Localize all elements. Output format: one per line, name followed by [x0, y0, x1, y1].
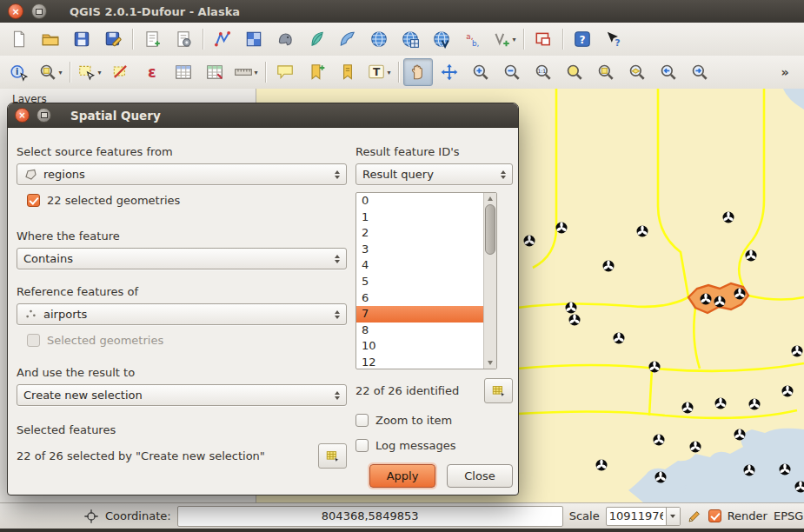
render-checkbox[interactable]: [708, 509, 721, 522]
result-id-item[interactable]: 0: [356, 193, 484, 209]
result-id-item[interactable]: 10: [356, 338, 484, 355]
new-shapefile-layer-icon: [492, 30, 511, 49]
measure-line-button[interactable]: ▾: [231, 58, 261, 86]
add-wfs-layer-button[interactable]: [427, 25, 456, 53]
toolbar-overflow-button[interactable]: »: [770, 58, 800, 86]
airport-symbol: [715, 398, 727, 409]
result-id-item[interactable]: 4: [356, 257, 484, 274]
use-result-value: Create new selection: [23, 389, 143, 402]
result-id-item[interactable]: 2: [356, 225, 484, 242]
select-by-location-button[interactable]: ▾: [36, 58, 65, 86]
reference-layer-value: airports: [43, 308, 87, 321]
scrollbar-thumb[interactable]: [485, 204, 495, 255]
show-bookmarks-button[interactable]: [333, 58, 362, 86]
new-bookmark-button[interactable]: [302, 58, 331, 86]
operation-combobox[interactable]: Contains: [17, 248, 347, 269]
source-layer-combobox[interactable]: regions: [17, 163, 347, 185]
zoom-to-item-checkbox[interactable]: [355, 414, 369, 427]
log-messages-checkbox[interactable]: [355, 439, 369, 452]
new-shapefile-layer-button[interactable]: ▾: [489, 25, 519, 53]
zoom-to-layer-button[interactable]: [622, 58, 652, 86]
dropdown-arrow-icon[interactable]: ▾: [387, 69, 390, 76]
add-raster-layer-button[interactable]: [239, 25, 269, 53]
composer-manager-button[interactable]: [169, 25, 198, 53]
result-id-item[interactable]: 12: [356, 355, 484, 369]
crs-status-label: EPSG:2964: [774, 509, 804, 522]
result-id-item[interactable]: 5: [356, 274, 484, 290]
svg-text:?: ?: [579, 34, 585, 46]
dropdown-arrow-icon[interactable]: ▾: [97, 69, 101, 76]
airport-symbol: [637, 226, 648, 237]
deselect-all-button[interactable]: [106, 58, 136, 86]
zoom-last-button[interactable]: [654, 58, 683, 86]
scale-input[interactable]: [607, 508, 666, 525]
new-project-button[interactable]: [4, 25, 34, 53]
text-annotation-button[interactable]: T▾: [364, 58, 394, 86]
add-delimited-text-layer-button[interactable]: a,b,: [458, 25, 488, 53]
list-scrollbar[interactable]: [483, 193, 496, 369]
airport-symbol: [744, 465, 755, 476]
open-project-button[interactable]: [36, 25, 65, 53]
svg-text:1:1: 1:1: [537, 68, 546, 74]
close-button[interactable]: Close: [447, 464, 513, 488]
open-attribute-table-button[interactable]: [169, 58, 198, 86]
window-close-button[interactable]: ×: [8, 3, 23, 19]
result-id-item[interactable]: 1: [356, 209, 484, 226]
save-project-as-button[interactable]: [98, 25, 128, 53]
result-id-item[interactable]: 7: [356, 306, 484, 323]
zoom-out-button[interactable]: [497, 58, 527, 86]
coordinate-input[interactable]: [177, 506, 563, 527]
svg-text:?: ?: [615, 37, 620, 49]
add-mssql-layer-button[interactable]: [333, 25, 362, 53]
qgis-window: × QGIS 2.0.1-Dufour - Alaska a,b,▾?? i▾▾…: [0, 0, 804, 532]
select-features-button[interactable]: [318, 443, 347, 469]
dialog-close-button[interactable]: ×: [15, 108, 30, 123]
map-tips-button[interactable]: [270, 58, 300, 86]
zoom-next-button[interactable]: [685, 58, 714, 86]
zoom-in-button[interactable]: [466, 58, 495, 86]
result-id-item[interactable]: 3: [356, 242, 484, 258]
whats-this-button[interactable]: ?: [599, 25, 628, 53]
source-selected-checkbox[interactable]: [27, 194, 40, 207]
add-wcs-layer-button[interactable]: [395, 25, 425, 53]
result-id-item[interactable]: 8: [356, 323, 484, 339]
identify-result-button[interactable]: [484, 378, 513, 403]
save-project-button[interactable]: [67, 25, 96, 53]
select-rectangle-icon: [77, 63, 96, 82]
identify-features-button[interactable]: i: [4, 58, 34, 86]
new-map-view-button[interactable]: [528, 25, 558, 53]
new-map-view-icon: [534, 30, 553, 49]
select-rectangle-button[interactable]: ▾: [75, 58, 104, 86]
airport-symbol: [556, 223, 568, 234]
add-spatialite-layer-button[interactable]: [302, 25, 331, 53]
use-result-combobox[interactable]: Create new selection: [17, 384, 347, 406]
scale-dropdown-button[interactable]: [666, 508, 680, 525]
pencil-icon[interactable]: [687, 509, 702, 524]
add-wcs-layer-icon: [401, 30, 420, 49]
dropdown-arrow-icon[interactable]: ▾: [512, 36, 515, 43]
window-restore-button[interactable]: [31, 3, 47, 19]
dialog-restore-button[interactable]: [37, 108, 51, 123]
zoom-native-button[interactable]: 1:1: [528, 58, 558, 86]
field-calculator-button[interactable]: ε: [137, 58, 167, 86]
attribute-actions-button[interactable]: [200, 58, 229, 86]
dropdown-arrow-icon[interactable]: ▾: [58, 69, 62, 76]
add-wms-layer-button[interactable]: [364, 25, 394, 53]
pan-map-button[interactable]: [403, 58, 433, 86]
add-vector-layer-button[interactable]: [208, 25, 237, 53]
airport-symbol: [655, 472, 667, 483]
airport-symbol: [524, 236, 535, 247]
new-print-composer-button[interactable]: [137, 25, 167, 53]
dropdown-arrow-icon[interactable]: ▾: [254, 69, 257, 76]
toolbar-separator: [523, 29, 524, 50]
pan-to-selection-button[interactable]: [435, 58, 464, 86]
zoom-to-selection-button[interactable]: [591, 58, 621, 86]
apply-button[interactable]: Apply: [369, 464, 435, 488]
zoom-full-button[interactable]: [560, 58, 589, 86]
add-postgis-layer-button[interactable]: [270, 25, 300, 53]
result-id-item[interactable]: 6: [356, 290, 484, 307]
reference-layer-combobox[interactable]: airports: [17, 303, 347, 325]
zoom-to-layer-icon: [628, 63, 647, 82]
result-query-combobox[interactable]: Result query: [355, 163, 513, 185]
help-contents-button[interactable]: ?: [568, 25, 597, 53]
